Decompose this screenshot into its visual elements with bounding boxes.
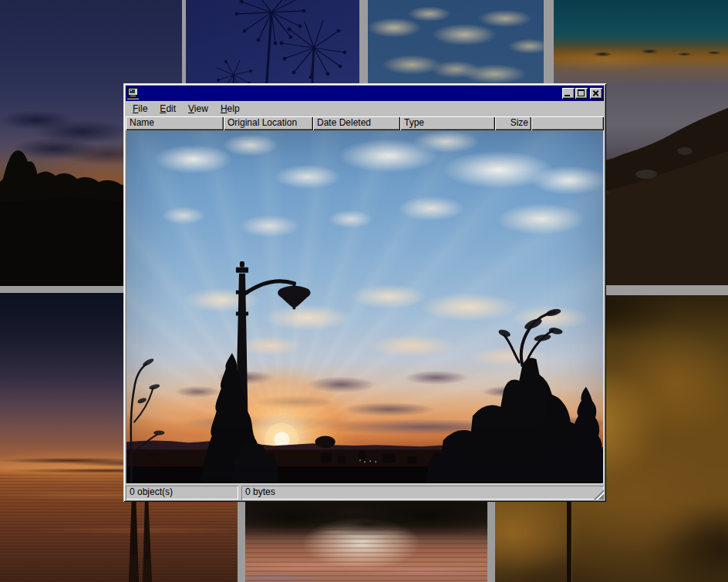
status-objects: 0 object(s) xyxy=(126,486,238,500)
column-header-original-location[interactable]: Original Location xyxy=(224,116,313,130)
window-controls xyxy=(561,88,602,99)
column-headers: Name Original Location Date Deleted Type… xyxy=(126,116,604,130)
minimize-button[interactable] xyxy=(562,88,575,99)
computer-icon xyxy=(127,88,140,99)
menu-file[interactable]: File xyxy=(126,102,153,116)
maximize-button[interactable] xyxy=(575,88,588,99)
column-header-type[interactable]: Type xyxy=(400,116,495,130)
recycle-bin-window: File Edit View Help Name Original Locati… xyxy=(123,83,606,502)
column-header-date-deleted[interactable]: Date Deleted xyxy=(313,116,400,130)
bg-photo-pink-reflection xyxy=(245,502,487,582)
reflection-ripples xyxy=(245,529,487,582)
minimize-icon xyxy=(565,95,570,96)
photo-vignette xyxy=(126,131,603,483)
file-list-area[interactable] xyxy=(126,130,604,484)
column-header-filler[interactable] xyxy=(531,116,604,130)
menu-help[interactable]: Help xyxy=(214,102,246,116)
menu-view[interactable]: View xyxy=(182,102,214,116)
status-bytes: 0 bytes xyxy=(241,486,604,500)
maximize-icon xyxy=(578,89,585,96)
menu-edit[interactable]: Edit xyxy=(153,102,182,116)
column-header-name[interactable]: Name xyxy=(126,116,224,130)
title-bar[interactable] xyxy=(126,86,604,101)
window-title xyxy=(142,87,561,99)
column-header-size[interactable]: Size xyxy=(495,116,531,130)
status-bar: 0 object(s) 0 bytes xyxy=(126,484,604,500)
menu-bar: File Edit View Help xyxy=(126,102,604,116)
close-button[interactable] xyxy=(590,88,602,99)
